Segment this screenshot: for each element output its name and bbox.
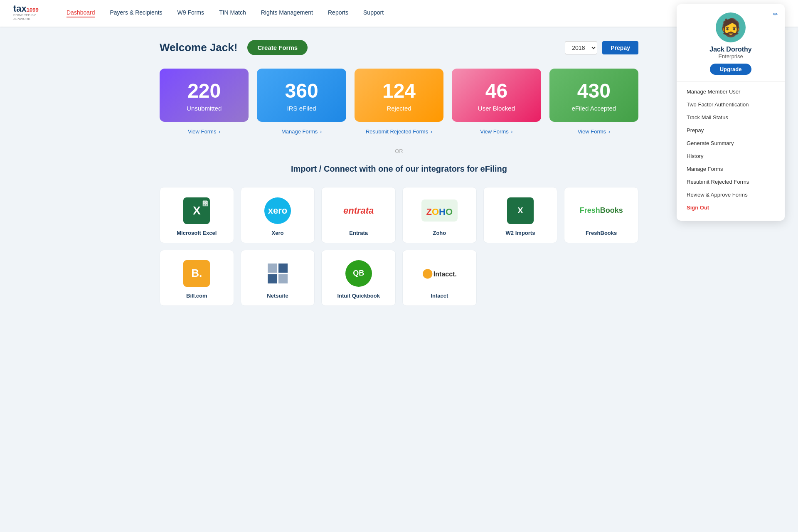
integrator-card-zoho[interactable]: ZOHO Zoho bbox=[402, 187, 477, 243]
billcom-icon: B. bbox=[183, 260, 210, 287]
integrator-name-netsuite: Netsuite bbox=[267, 293, 288, 299]
svg-rect-0 bbox=[268, 264, 277, 273]
integrators-row-2: B. Bill.com Netsuite QB Intuit Quickbook… bbox=[160, 250, 638, 306]
integrator-card-freshbooks[interactable]: FreshBooks FreshBooks bbox=[564, 187, 638, 243]
excel-icon: X⊞ bbox=[183, 197, 210, 224]
freshbooks-icon: FreshBooks bbox=[580, 197, 623, 224]
dropdown-item-manage-member-user[interactable]: Manage Member User bbox=[677, 85, 785, 98]
welcome-text: Welcome Jack! bbox=[160, 41, 237, 54]
nav-link-rights[interactable]: Rights Management bbox=[261, 9, 313, 17]
user-dropdown-menu: ✏ 🧔 Jack Dorothy Enterprise Upgrade Mana… bbox=[677, 4, 785, 221]
integrator-name-w2imports: W2 Imports bbox=[506, 230, 535, 236]
stat-link-rejected[interactable]: Resubmit Rejected Forms › bbox=[355, 128, 443, 135]
stat-number-rejected: 124 bbox=[363, 80, 435, 102]
dropdown-menu-items: Manage Member UserTwo Factor Authenticat… bbox=[677, 82, 785, 214]
dropdown-item-review-approve[interactable]: Review & Approve Forms bbox=[677, 188, 785, 201]
xero-icon: xero bbox=[264, 197, 291, 224]
integrator-card-intuit-quickbook[interactable]: QB Intuit Quickbook bbox=[321, 250, 396, 306]
nav-link-reports[interactable]: Reports bbox=[328, 9, 348, 17]
prepay-button[interactable]: Prepay bbox=[602, 41, 638, 54]
dropdown-item-prepay[interactable]: Prepay bbox=[677, 124, 785, 137]
stat-label-rejected: Rejected bbox=[363, 105, 435, 112]
dropdown-avatar: 🧔 bbox=[716, 12, 746, 42]
integrator-name-entrata: Entrata bbox=[349, 230, 368, 236]
dropdown-user-name: Jack Dorothy bbox=[709, 46, 751, 53]
integrator-name-intuit-quickbook: Intuit Quickbook bbox=[337, 293, 380, 299]
svg-rect-1 bbox=[278, 264, 288, 273]
welcome-left: Welcome Jack! Create Forms bbox=[160, 40, 308, 55]
dropdown-item-two-factor-auth[interactable]: Two Factor Authentication bbox=[677, 98, 785, 111]
stat-card-user-blocked: 46 User Blocked bbox=[452, 69, 541, 122]
stat-card-rejected: 124 Rejected bbox=[355, 69, 443, 122]
quickbooks-icon: QB bbox=[345, 260, 372, 287]
stat-label-irs-efiled: IRS eFiled bbox=[265, 105, 337, 112]
logo-zenwork: POWERED BY ZENWORK bbox=[13, 13, 47, 21]
w2-icon: X bbox=[507, 197, 534, 224]
integrator-name-billcom: Bill.com bbox=[186, 293, 207, 299]
dropdown-item-resubmit-rejected[interactable]: Resubmit Rejected Forms bbox=[677, 175, 785, 188]
stat-link-irs-efiled[interactable]: Manage Forms › bbox=[257, 128, 346, 135]
logo-tax: tax bbox=[13, 3, 27, 14]
integrator-card-billcom[interactable]: B. Bill.com bbox=[160, 250, 234, 306]
integrator-card-xero[interactable]: xero Xero bbox=[241, 187, 315, 243]
upgrade-button[interactable]: Upgrade bbox=[710, 64, 752, 75]
year-select[interactable]: 2018 2017 bbox=[565, 41, 597, 54]
dropdown-item-manage-forms[interactable]: Manage Forms bbox=[677, 163, 785, 175]
entrata-icon: entrata bbox=[343, 197, 374, 224]
nav-link-support[interactable]: Support bbox=[363, 9, 384, 17]
header-right: 2018 2017 Prepay bbox=[565, 41, 638, 54]
integrator-card-intacct[interactable]: ⬤Intacct. Intacct bbox=[402, 250, 477, 306]
stats-row: 220 Unsubmitted 360 IRS eFiled 124 Rejec… bbox=[160, 69, 638, 122]
integrator-card-entrata[interactable]: entrata Entrata bbox=[321, 187, 396, 243]
netsuite-icon bbox=[266, 260, 289, 287]
intacct-icon: ⬤Intacct. bbox=[422, 260, 457, 287]
integrator-card-netsuite[interactable]: Netsuite bbox=[241, 250, 315, 306]
nav-link-payers[interactable]: Payers & Recipients bbox=[110, 9, 163, 17]
stat-label-efiled-accepted: eFiled Accepted bbox=[558, 105, 630, 112]
svg-rect-3 bbox=[278, 274, 288, 283]
logo: tax1099 POWERED BY ZENWORK bbox=[13, 4, 47, 22]
stat-card-unsubmitted: 220 Unsubmitted bbox=[160, 69, 249, 122]
svg-rect-2 bbox=[268, 274, 277, 283]
stat-link-user-blocked[interactable]: View Forms › bbox=[452, 128, 541, 135]
integrator-name-xero: Xero bbox=[272, 230, 284, 236]
stat-number-irs-efiled: 360 bbox=[265, 80, 337, 102]
nav-links: DashboardPayers & RecipientsW9 FormsTIN … bbox=[66, 9, 768, 17]
nav-link-dashboard[interactable]: Dashboard bbox=[66, 9, 95, 17]
dropdown-item-sign-out[interactable]: Sign Out bbox=[677, 201, 785, 214]
integrator-name-microsoft-excel: Microsoft Excel bbox=[177, 230, 217, 236]
integrator-card-w2imports[interactable]: X W2 Imports bbox=[483, 187, 558, 243]
integrator-name-freshbooks: FreshBooks bbox=[586, 230, 617, 236]
integrators-row-1: X⊞ Microsoft Excel xero Xero entrata Ent… bbox=[160, 187, 638, 243]
dropdown-user-role: Enterprise bbox=[718, 53, 743, 59]
integrator-name-intacct: Intacct bbox=[431, 293, 448, 299]
dropdown-avatar-emoji: 🧔 bbox=[720, 17, 741, 38]
stat-label-unsubmitted: Unsubmitted bbox=[168, 105, 240, 112]
stat-number-unsubmitted: 220 bbox=[168, 80, 240, 102]
stat-number-efiled-accepted: 430 bbox=[558, 80, 630, 102]
nav-link-w9forms[interactable]: W9 Forms bbox=[177, 9, 204, 17]
stat-card-irs-efiled: 360 IRS eFiled bbox=[257, 69, 346, 122]
import-section-title: Import / Connect with one of our integra… bbox=[160, 164, 638, 174]
logo-1099: 1099 bbox=[27, 7, 39, 13]
main-content: Welcome Jack! Create Forms 2018 2017 Pre… bbox=[150, 27, 648, 319]
zoho-icon: ZOHO bbox=[421, 200, 458, 222]
integrator-name-zoho: Zoho bbox=[433, 230, 446, 236]
integrator-card-microsoft-excel[interactable]: X⊞ Microsoft Excel bbox=[160, 187, 234, 243]
dropdown-item-track-mail-status[interactable]: Track Mail Status bbox=[677, 111, 785, 124]
stat-label-user-blocked: User Blocked bbox=[460, 105, 532, 112]
header-row: Welcome Jack! Create Forms 2018 2017 Pre… bbox=[160, 40, 638, 55]
dropdown-avatar-section: 🧔 Jack Dorothy Enterprise Upgrade bbox=[677, 12, 785, 82]
stat-card-efiled-accepted: 430 eFiled Accepted bbox=[549, 69, 638, 122]
dropdown-item-generate-summary[interactable]: Generate Summary bbox=[677, 137, 785, 150]
stat-link-unsubmitted[interactable]: View Forms › bbox=[160, 128, 249, 135]
edit-icon[interactable]: ✏ bbox=[773, 11, 778, 17]
stat-number-user-blocked: 46 bbox=[460, 80, 532, 102]
or-divider: OR bbox=[160, 148, 638, 154]
stats-links-row: View Forms ›Manage Forms ›Resubmit Rejec… bbox=[160, 128, 638, 135]
stat-link-efiled-accepted[interactable]: View Forms › bbox=[549, 128, 638, 135]
create-forms-button[interactable]: Create Forms bbox=[247, 40, 308, 55]
dropdown-item-history[interactable]: History bbox=[677, 150, 785, 163]
nav-link-tinmatch[interactable]: TIN Match bbox=[219, 9, 246, 17]
